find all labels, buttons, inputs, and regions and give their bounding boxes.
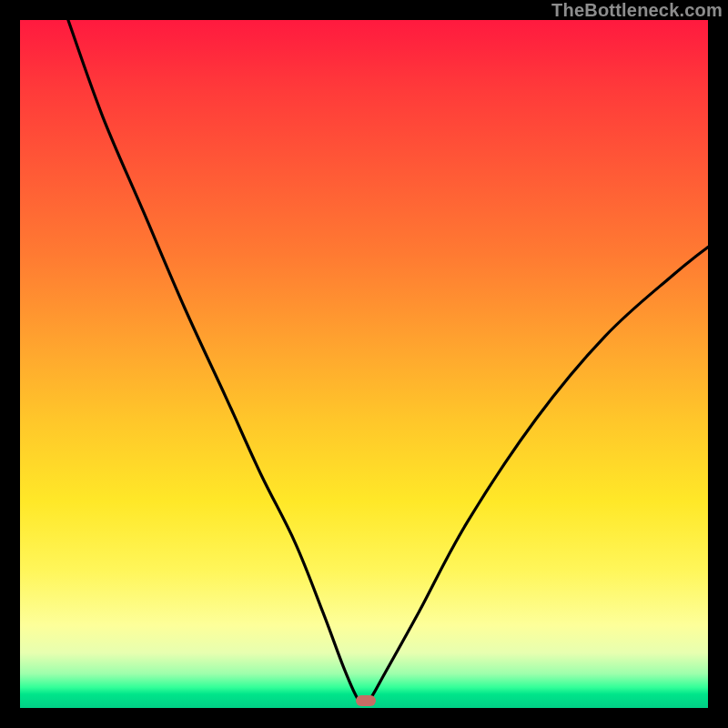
watermark-text: TheBottleneck.com [551, 0, 723, 21]
chart-plot-area [20, 20, 708, 708]
optimal-point-marker [356, 695, 376, 706]
bottleneck-curve [20, 20, 708, 708]
chart-stage: TheBottleneck.com [0, 0, 728, 728]
curve-path [68, 20, 708, 702]
